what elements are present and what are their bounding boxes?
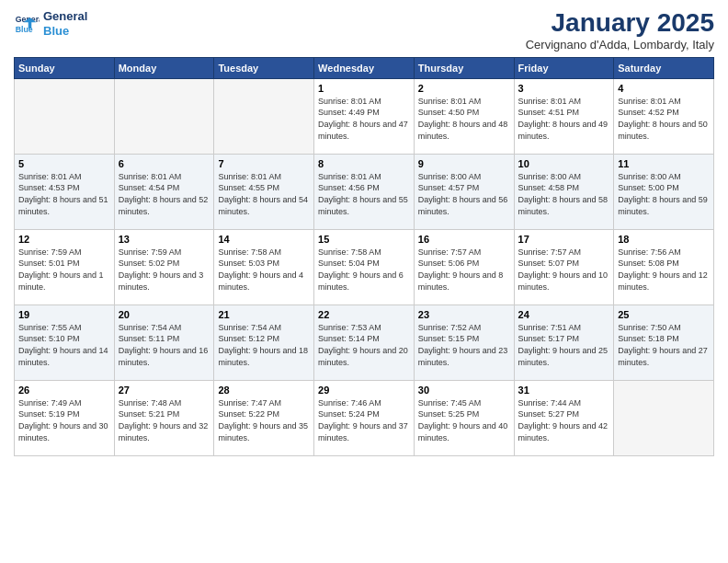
header-tuesday: Tuesday — [214, 57, 314, 78]
day-number: 19 — [18, 309, 110, 320]
month-title: January 2025 — [526, 9, 714, 38]
day-number: 5 — [18, 158, 110, 169]
day-number: 24 — [518, 309, 610, 320]
day-number: 9 — [418, 158, 510, 169]
header: General Blue General Blue January 2025 C… — [14, 9, 714, 52]
day-info: Sunrise: 7:58 AM Sunset: 5:03 PM Dayligh… — [218, 247, 310, 293]
calendar-cell-w3-d3: 15Sunrise: 7:58 AM Sunset: 5:04 PM Dayli… — [314, 229, 415, 304]
day-info: Sunrise: 8:01 AM Sunset: 4:56 PM Dayligh… — [318, 171, 410, 217]
day-number: 27 — [119, 385, 210, 396]
day-number: 17 — [518, 234, 610, 245]
day-info: Sunrise: 8:00 AM Sunset: 5:00 PM Dayligh… — [618, 171, 710, 217]
day-info: Sunrise: 7:44 AM Sunset: 5:27 PM Dayligh… — [518, 397, 610, 443]
day-number: 13 — [119, 234, 210, 245]
day-info: Sunrise: 7:53 AM Sunset: 5:14 PM Dayligh… — [318, 322, 410, 368]
day-number: 16 — [418, 234, 510, 245]
day-number: 2 — [418, 83, 510, 94]
calendar-cell-w1-d3: 1Sunrise: 8:01 AM Sunset: 4:49 PM Daylig… — [314, 78, 415, 154]
calendar-cell-w2-d5: 10Sunrise: 8:00 AM Sunset: 4:58 PM Dayli… — [514, 154, 614, 229]
week-row-1: 1Sunrise: 8:01 AM Sunset: 4:49 PM Daylig… — [15, 78, 714, 154]
day-info: Sunrise: 7:48 AM Sunset: 5:21 PM Dayligh… — [119, 397, 210, 443]
calendar-cell-w4-d6: 25Sunrise: 7:50 AM Sunset: 5:18 PM Dayli… — [614, 304, 714, 380]
header-friday: Friday — [514, 57, 614, 78]
day-info: Sunrise: 7:46 AM Sunset: 5:24 PM Dayligh… — [318, 397, 410, 443]
calendar-cell-w3-d4: 16Sunrise: 7:57 AM Sunset: 5:06 PM Dayli… — [414, 229, 514, 304]
week-row-2: 5Sunrise: 8:01 AM Sunset: 4:53 PM Daylig… — [15, 154, 714, 229]
weekday-header-row: Sunday Monday Tuesday Wednesday Thursday… — [15, 57, 714, 78]
calendar-cell-w3-d0: 12Sunrise: 7:59 AM Sunset: 5:01 PM Dayli… — [15, 229, 115, 304]
calendar-cell-w2-d1: 6Sunrise: 8:01 AM Sunset: 4:54 PM Daylig… — [114, 154, 214, 229]
day-info: Sunrise: 8:01 AM Sunset: 4:50 PM Dayligh… — [418, 96, 510, 142]
day-info: Sunrise: 7:57 AM Sunset: 5:07 PM Dayligh… — [518, 247, 610, 293]
day-number: 11 — [618, 158, 710, 169]
day-number: 31 — [518, 385, 610, 396]
calendar-cell-w3-d5: 17Sunrise: 7:57 AM Sunset: 5:07 PM Dayli… — [514, 229, 614, 304]
calendar-cell-w3-d1: 13Sunrise: 7:59 AM Sunset: 5:02 PM Dayli… — [114, 229, 214, 304]
day-number: 22 — [318, 309, 410, 320]
day-info: Sunrise: 8:01 AM Sunset: 4:53 PM Dayligh… — [18, 171, 110, 217]
calendar-cell-w4-d3: 22Sunrise: 7:53 AM Sunset: 5:14 PM Dayli… — [314, 304, 415, 380]
day-info: Sunrise: 7:54 AM Sunset: 5:11 PM Dayligh… — [119, 322, 210, 368]
calendar-cell-w2-d0: 5Sunrise: 8:01 AM Sunset: 4:53 PM Daylig… — [15, 154, 115, 229]
day-info: Sunrise: 7:57 AM Sunset: 5:06 PM Dayligh… — [418, 247, 510, 293]
day-info: Sunrise: 7:45 AM Sunset: 5:25 PM Dayligh… — [418, 397, 510, 443]
calendar-cell-w1-d4: 2Sunrise: 8:01 AM Sunset: 4:50 PM Daylig… — [414, 78, 514, 154]
day-number: 30 — [418, 385, 510, 396]
day-info: Sunrise: 7:55 AM Sunset: 5:10 PM Dayligh… — [18, 322, 110, 368]
day-info: Sunrise: 8:00 AM Sunset: 4:57 PM Dayligh… — [418, 171, 510, 217]
calendar-cell-w5-d4: 30Sunrise: 7:45 AM Sunset: 5:25 PM Dayli… — [414, 380, 514, 455]
day-info: Sunrise: 7:54 AM Sunset: 5:12 PM Dayligh… — [218, 322, 310, 368]
day-number: 21 — [218, 309, 310, 320]
logo-icon: General Blue — [14, 11, 40, 37]
calendar-cell-w3-d6: 18Sunrise: 7:56 AM Sunset: 5:08 PM Dayli… — [614, 229, 714, 304]
calendar-cell-w5-d2: 28Sunrise: 7:47 AM Sunset: 5:22 PM Dayli… — [214, 380, 314, 455]
calendar-cell-w2-d4: 9Sunrise: 8:00 AM Sunset: 4:57 PM Daylig… — [414, 154, 514, 229]
logo-text-general: General — [43, 9, 87, 24]
calendar-cell-w5-d1: 27Sunrise: 7:48 AM Sunset: 5:21 PM Dayli… — [114, 380, 214, 455]
day-number: 10 — [518, 158, 610, 169]
header-thursday: Thursday — [414, 57, 514, 78]
day-info: Sunrise: 8:01 AM Sunset: 4:49 PM Dayligh… — [318, 96, 410, 142]
logo-text-blue: Blue — [43, 24, 87, 39]
day-info: Sunrise: 7:56 AM Sunset: 5:08 PM Dayligh… — [618, 247, 710, 293]
day-info: Sunrise: 8:01 AM Sunset: 4:55 PM Dayligh… — [218, 171, 310, 217]
day-info: Sunrise: 7:59 AM Sunset: 5:02 PM Dayligh… — [119, 247, 210, 293]
day-number: 14 — [218, 234, 310, 245]
calendar-cell-w4-d0: 19Sunrise: 7:55 AM Sunset: 5:10 PM Dayli… — [15, 304, 115, 380]
day-number: 7 — [218, 158, 310, 169]
day-info: Sunrise: 8:01 AM Sunset: 4:52 PM Dayligh… — [618, 96, 710, 142]
day-info: Sunrise: 8:00 AM Sunset: 4:58 PM Dayligh… — [518, 171, 610, 217]
calendar-cell-w1-d6: 4Sunrise: 8:01 AM Sunset: 4:52 PM Daylig… — [614, 78, 714, 154]
title-area: January 2025 Cervignano d'Adda, Lombardy… — [526, 9, 714, 52]
header-sunday: Sunday — [15, 57, 115, 78]
header-wednesday: Wednesday — [314, 57, 415, 78]
calendar-cell-w4-d4: 23Sunrise: 7:52 AM Sunset: 5:15 PM Dayli… — [414, 304, 514, 380]
calendar-cell-w1-d1 — [114, 78, 214, 154]
calendar-cell-w4-d1: 20Sunrise: 7:54 AM Sunset: 5:11 PM Dayli… — [114, 304, 214, 380]
day-number: 29 — [318, 385, 410, 396]
day-number: 25 — [618, 309, 710, 320]
calendar-cell-w1-d2 — [214, 78, 314, 154]
day-number: 6 — [119, 158, 210, 169]
day-number: 3 — [518, 83, 610, 94]
calendar-cell-w3-d2: 14Sunrise: 7:58 AM Sunset: 5:03 PM Dayli… — [214, 229, 314, 304]
day-number: 23 — [418, 309, 510, 320]
day-info: Sunrise: 7:59 AM Sunset: 5:01 PM Dayligh… — [18, 247, 110, 293]
day-number: 1 — [318, 83, 410, 94]
calendar-cell-w2-d6: 11Sunrise: 8:00 AM Sunset: 5:00 PM Dayli… — [614, 154, 714, 229]
header-saturday: Saturday — [614, 57, 714, 78]
calendar-cell-w4-d5: 24Sunrise: 7:51 AM Sunset: 5:17 PM Dayli… — [514, 304, 614, 380]
day-number: 15 — [318, 234, 410, 245]
calendar-cell-w4-d2: 21Sunrise: 7:54 AM Sunset: 5:12 PM Dayli… — [214, 304, 314, 380]
calendar-cell-w5-d5: 31Sunrise: 7:44 AM Sunset: 5:27 PM Dayli… — [514, 380, 614, 455]
day-number: 18 — [618, 234, 710, 245]
day-info: Sunrise: 7:52 AM Sunset: 5:15 PM Dayligh… — [418, 322, 510, 368]
day-info: Sunrise: 8:01 AM Sunset: 4:54 PM Dayligh… — [119, 171, 210, 217]
header-monday: Monday — [114, 57, 214, 78]
calendar-cell-w2-d3: 8Sunrise: 8:01 AM Sunset: 4:56 PM Daylig… — [314, 154, 415, 229]
page: General Blue General Blue January 2025 C… — [0, 0, 728, 563]
calendar-cell-w5-d6 — [614, 380, 714, 455]
logo: General Blue General Blue — [14, 9, 87, 38]
day-number: 4 — [618, 83, 710, 94]
week-row-3: 12Sunrise: 7:59 AM Sunset: 5:01 PM Dayli… — [15, 229, 714, 304]
